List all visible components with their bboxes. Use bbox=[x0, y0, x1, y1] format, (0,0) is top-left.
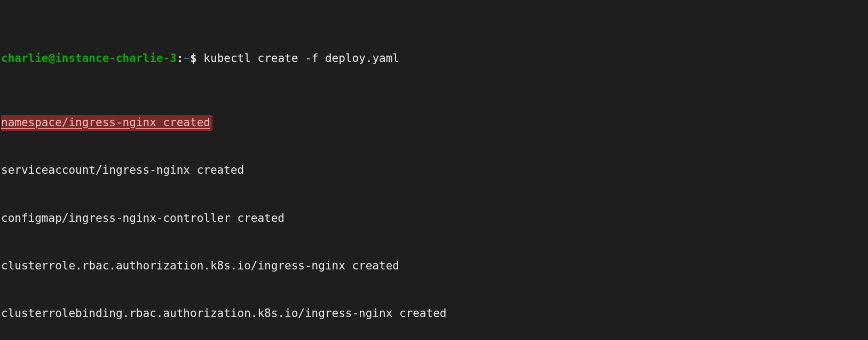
output-line: namespace/ingress-nginx created bbox=[1, 115, 868, 131]
output-line: serviceaccount/ingress-nginx created bbox=[1, 163, 868, 179]
output-text: clusterrolebinding.rbac.authorization.k8… bbox=[1, 307, 446, 320]
output-line: clusterrole.rbac.authorization.k8s.io/in… bbox=[1, 258, 868, 274]
output-text: clusterrole.rbac.authorization.k8s.io/in… bbox=[1, 259, 399, 272]
command-text: kubectl create -f deploy.yaml bbox=[203, 52, 399, 65]
prompt-user-host: charlie@instance-charlie-3 bbox=[1, 52, 177, 65]
prompt-tilde: ~ bbox=[183, 52, 190, 65]
prompt-dollar: $ bbox=[190, 52, 197, 65]
terminal-window[interactable]: charlie@instance-charlie-3:~$ kubectl cr… bbox=[0, 0, 868, 340]
output-line: configmap/ingress-nginx-controller creat… bbox=[1, 211, 868, 227]
command-line: charlie@instance-charlie-3:~$ kubectl cr… bbox=[1, 51, 868, 67]
output-line: clusterrolebinding.rbac.authorization.k8… bbox=[1, 306, 868, 322]
prompt-colon: : bbox=[177, 52, 184, 65]
output-text: configmap/ingress-nginx-controller creat… bbox=[1, 212, 285, 225]
output-text: namespace/ingress-nginx created bbox=[1, 115, 212, 131]
output-text: serviceaccount/ingress-nginx created bbox=[1, 164, 244, 176]
